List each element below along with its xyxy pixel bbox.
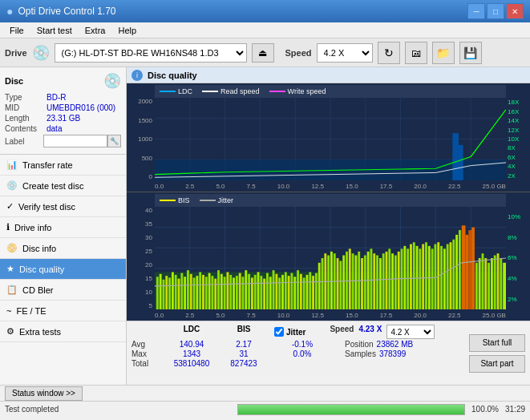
stats-position-label: Position bbox=[345, 340, 374, 349]
svg-rect-88 bbox=[330, 252, 333, 309]
svg-rect-136 bbox=[479, 258, 481, 309]
speed-select[interactable]: 4.2 X bbox=[317, 43, 373, 63]
svg-rect-53 bbox=[224, 277, 226, 309]
svg-rect-40 bbox=[184, 277, 186, 309]
svg-rect-143 bbox=[500, 258, 502, 309]
disc-mid-row: MID UMEBDR016 (000) bbox=[5, 103, 121, 112]
svg-rect-108 bbox=[391, 253, 394, 309]
disc-label-button[interactable]: 🔧 bbox=[107, 135, 121, 147]
svg-rect-92 bbox=[342, 256, 345, 309]
disc-info-icon: 📀 bbox=[6, 243, 18, 253]
svg-rect-140 bbox=[491, 258, 493, 309]
sidebar-item-drive-info[interactable]: ℹ Drive info bbox=[0, 217, 126, 238]
disc-contents-value: data bbox=[47, 124, 62, 133]
svg-rect-112 bbox=[403, 246, 406, 309]
speed-label: Speed bbox=[285, 48, 312, 58]
menu-file[interactable]: File bbox=[3, 24, 30, 37]
svg-rect-43 bbox=[193, 277, 196, 309]
svg-rect-85 bbox=[322, 258, 324, 309]
svg-rect-91 bbox=[339, 260, 342, 309]
sidebar-item-cd-bler[interactable]: 📋 CD Bler bbox=[0, 280, 126, 301]
save-button[interactable]: 💾 bbox=[459, 42, 482, 64]
minimize-button[interactable]: ─ bbox=[467, 3, 485, 19]
stats-total-ldc: 53810480 bbox=[164, 359, 220, 368]
sidebar-item-transfer-rate[interactable]: 📊 Transfer rate bbox=[0, 155, 126, 176]
stats-table: LDC BIS Jitter Speed 4.23 X 4.2 X bbox=[131, 325, 466, 382]
sidebar-item-disc-info[interactable]: 📀 Disc info bbox=[0, 238, 126, 259]
eject-button[interactable]: ⏏ bbox=[252, 43, 274, 63]
jitter-checkbox[interactable] bbox=[274, 327, 284, 337]
start-full-button[interactable]: Start full bbox=[469, 334, 525, 352]
svg-rect-106 bbox=[386, 252, 388, 309]
disc-label-input[interactable] bbox=[43, 135, 107, 147]
disc-contents-row: Contents data bbox=[5, 124, 121, 133]
menu-start-test[interactable]: Start test bbox=[30, 24, 79, 37]
svg-rect-105 bbox=[382, 253, 385, 309]
transfer-rate-icon: 📊 bbox=[6, 160, 18, 170]
stats-avg-bis: 2.17 bbox=[220, 340, 268, 349]
stats-max-bis: 31 bbox=[220, 349, 268, 358]
chart-top-y-axis-left: 2000 1500 1000 500 0 bbox=[127, 98, 154, 180]
svg-rect-118 bbox=[422, 244, 424, 309]
svg-rect-49 bbox=[211, 276, 213, 309]
disc-panel-title: Disc bbox=[5, 76, 23, 86]
svg-rect-63 bbox=[254, 275, 257, 309]
titlebar: ● Opti Drive Control 1.70 ─ □ ✕ bbox=[0, 0, 530, 22]
svg-rect-59 bbox=[242, 277, 245, 309]
disc-label-label: Label bbox=[5, 137, 43, 146]
drive-icon: 💿 bbox=[32, 44, 50, 62]
speed-dropdown[interactable]: 4.2 X bbox=[386, 325, 435, 339]
drive-label: Drive bbox=[5, 48, 27, 58]
chart-bottom-y-axis-right: 10% 8% 6% 4% 2% bbox=[506, 207, 530, 309]
sidebar-item-extra-tests[interactable]: ⚙ Extra tests bbox=[0, 321, 126, 342]
svg-rect-74 bbox=[288, 276, 290, 309]
charts-container: LDC Read speed Write speed bbox=[127, 83, 530, 321]
sidebar-item-label-fe-te: FE / TE bbox=[16, 306, 46, 316]
svg-rect-109 bbox=[394, 256, 397, 309]
sidebar-item-verify-test-disc[interactable]: ✓ Verify test disc bbox=[0, 196, 126, 217]
stats-avg-ldc: 140.94 bbox=[164, 340, 220, 349]
svg-rect-61 bbox=[248, 274, 250, 309]
svg-rect-103 bbox=[376, 256, 378, 309]
chart-bottom: BIS Jitter bbox=[127, 192, 530, 321]
menu-help[interactable]: Help bbox=[111, 24, 143, 37]
stats-samples-label: Samples bbox=[345, 349, 376, 358]
menu-extra[interactable]: Extra bbox=[79, 24, 112, 37]
disc-type-row: Type BD-R bbox=[5, 93, 121, 102]
create-test-disc-icon: 💿 bbox=[6, 180, 18, 191]
svg-rect-128 bbox=[452, 240, 455, 309]
svg-rect-44 bbox=[196, 276, 198, 309]
svg-rect-41 bbox=[187, 270, 189, 309]
legend-write-speed: Write speed bbox=[269, 87, 326, 95]
svg-rect-98 bbox=[361, 258, 363, 309]
disc-quality-icon: ★ bbox=[6, 264, 14, 274]
svg-rect-113 bbox=[407, 248, 409, 309]
svg-rect-78 bbox=[300, 274, 302, 309]
svg-rect-69 bbox=[273, 270, 275, 309]
disc-contents-label: Contents bbox=[5, 124, 47, 133]
svg-rect-127 bbox=[450, 242, 452, 309]
refresh-button[interactable]: ↻ bbox=[378, 42, 400, 64]
stats-max-jitter: 0.0% bbox=[274, 349, 330, 358]
svg-rect-142 bbox=[497, 253, 500, 309]
cd-bler-icon: 📋 bbox=[6, 285, 18, 295]
disc-length-value: 23.31 GB bbox=[47, 114, 80, 123]
sidebar-item-label-extra-tests: Extra tests bbox=[19, 327, 61, 337]
sidebar-item-disc-quality[interactable]: ★ Disc quality bbox=[0, 259, 126, 280]
status-window-button[interactable]: Status window >> bbox=[5, 386, 83, 401]
app-icon: ● bbox=[6, 5, 13, 18]
progress-fill bbox=[238, 405, 464, 414]
start-part-button[interactable]: Start part bbox=[469, 355, 525, 373]
svg-rect-129 bbox=[455, 235, 458, 309]
svg-rect-62 bbox=[251, 277, 253, 309]
maximize-button[interactable]: □ bbox=[487, 3, 504, 19]
svg-rect-34 bbox=[165, 276, 168, 309]
drive-select[interactable]: (G:) HL-DT-ST BD-RE WH16NS48 1.D3 bbox=[55, 43, 247, 63]
settings-button1[interactable]: 🖭 bbox=[405, 42, 427, 64]
sidebar-item-fe-te[interactable]: ~ FE / TE bbox=[0, 301, 126, 321]
sidebar-item-create-test-disc[interactable]: 💿 Create test disc bbox=[0, 176, 126, 196]
close-button[interactable]: ✕ bbox=[506, 3, 524, 19]
svg-rect-119 bbox=[425, 242, 427, 309]
settings-button2[interactable]: 📁 bbox=[432, 42, 455, 64]
svg-rect-93 bbox=[346, 252, 348, 309]
